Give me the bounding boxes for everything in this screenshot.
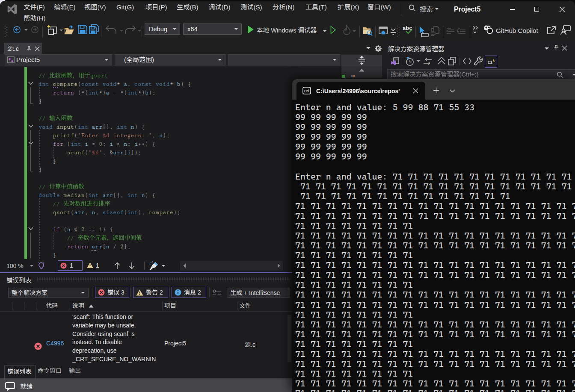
svg-text:C:\: C:\ [304, 89, 309, 93]
